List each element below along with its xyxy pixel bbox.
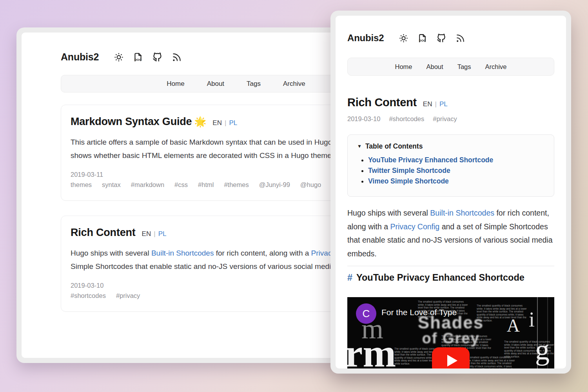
svg-text:DOC: DOC bbox=[419, 39, 426, 42]
site-title[interactable]: Anubis2 bbox=[61, 51, 99, 63]
tag-hugo[interactable]: @hugo bbox=[300, 181, 321, 189]
builtin-shortcodes-link[interactable]: Built-in Shortcodes bbox=[151, 249, 214, 257]
sun-icon[interactable] bbox=[399, 33, 408, 43]
thumbnail-fine-print: The smallest quantity of black consumes … bbox=[477, 304, 528, 322]
triangle-down-icon: ▼ bbox=[357, 143, 362, 149]
youtube-embed[interactable]: The smallest quantity of black consumes … bbox=[347, 297, 554, 368]
nav-item-archive[interactable]: Archive bbox=[283, 80, 305, 88]
divider bbox=[347, 266, 554, 266]
toc-label: Table of Contents bbox=[365, 142, 423, 150]
doc-file-icon[interactable]: DOC bbox=[417, 33, 427, 43]
video-title-link[interactable]: For the Love of Type bbox=[381, 308, 457, 317]
tag-themes[interactable]: #themes bbox=[224, 181, 249, 189]
section-heading: #YouTube Privacy Enhanced Shortcode bbox=[347, 272, 554, 283]
post-title[interactable]: Rich Content bbox=[71, 227, 136, 239]
language-switch: EN|PL bbox=[142, 230, 167, 238]
language-switch: EN|PL bbox=[212, 119, 237, 127]
thumbnail-overlay-word: of Grey bbox=[422, 330, 479, 347]
nav-item-about[interactable]: About bbox=[426, 63, 443, 71]
post-detail-page: Anubis2 DOC H bbox=[336, 16, 566, 368]
svg-text:DOC: DOC bbox=[134, 58, 142, 62]
github-icon[interactable] bbox=[152, 52, 163, 62]
github-icon[interactable] bbox=[436, 33, 446, 43]
tag-shortcodes[interactable]: #shortcodes bbox=[389, 115, 424, 123]
privacy-config-link[interactable]: Privacy Config bbox=[390, 222, 440, 231]
site-header: Anubis2 DOC bbox=[347, 33, 554, 44]
post-meta: 2019-03-10 #shortcodes #privacy bbox=[347, 115, 554, 123]
header-icons: DOC bbox=[114, 52, 182, 62]
post-title-text: Markdown Syntax Guide bbox=[71, 116, 192, 127]
main-nav: HomeAboutTagsArchive bbox=[347, 58, 554, 76]
tag-junyi-99[interactable]: @Junyi-99 bbox=[259, 181, 290, 189]
thumbnail-letter: A bbox=[507, 315, 520, 336]
post-body-paragraph: Hugo ships with several Built-in Shortco… bbox=[347, 206, 554, 260]
thumbnail-fine-print: The smallest quantity of black consumes … bbox=[465, 356, 517, 368]
rss-icon[interactable] bbox=[456, 33, 465, 43]
nav-item-tags[interactable]: Tags bbox=[457, 63, 471, 71]
lang-alt-link[interactable]: PL bbox=[158, 230, 167, 238]
post-title[interactable]: Markdown Syntax Guide🌟 bbox=[71, 116, 206, 128]
tag-themes[interactable]: themes bbox=[71, 181, 92, 189]
nav-item-tags[interactable]: Tags bbox=[247, 80, 261, 88]
youtube-play-button[interactable] bbox=[432, 347, 470, 368]
toc-list: YouTube Privacy Enhanced Shortcode Twitt… bbox=[357, 156, 544, 185]
rss-icon[interactable] bbox=[172, 52, 182, 62]
lang-current: EN bbox=[212, 119, 222, 127]
post-date: 2019-03-10 bbox=[347, 115, 380, 123]
builtin-shortcodes-link[interactable]: Built-in Shortcodes bbox=[430, 209, 494, 217]
thumbnail-letter: g bbox=[535, 333, 550, 367]
body-text: Hugo ships with several bbox=[347, 209, 430, 217]
thumbnail-letter: rm bbox=[347, 330, 396, 368]
heading-anchor-link[interactable]: # bbox=[347, 272, 352, 283]
tag-shortcodes[interactable]: #shortcodes bbox=[71, 292, 106, 299]
toc-link-vimeo[interactable]: Vimeo Simple Shortcode bbox=[368, 177, 449, 185]
language-switch: EN|PL bbox=[423, 100, 448, 108]
lang-alt-link[interactable]: PL bbox=[439, 100, 448, 108]
table-of-contents: ▼Table of Contents YouTube Privacy Enhan… bbox=[347, 134, 554, 197]
toc-toggle[interactable]: ▼Table of Contents bbox=[357, 142, 544, 151]
toc-item: YouTube Privacy Enhanced Shortcode bbox=[368, 156, 544, 164]
sun-icon[interactable] bbox=[114, 52, 124, 62]
lang-current: EN bbox=[423, 100, 432, 108]
tag-css[interactable]: #css bbox=[174, 181, 188, 189]
lang-separator: | bbox=[151, 230, 158, 238]
page-title: Rich Content bbox=[347, 96, 417, 109]
thumbnail-letter: i bbox=[529, 307, 535, 332]
doc-file-icon[interactable]: DOC bbox=[133, 52, 143, 62]
tag-html[interactable]: #html bbox=[198, 181, 214, 189]
glowing-star-emoji: 🌟 bbox=[194, 116, 206, 127]
section-heading-text: YouTube Privacy Enhanced Shortcode bbox=[356, 272, 524, 283]
header-icons: DOC bbox=[399, 33, 465, 43]
toc-link-twitter[interactable]: Twitter Simple Shortcode bbox=[368, 167, 450, 174]
toc-item: Twitter Simple Shortcode bbox=[368, 167, 544, 175]
summary-text: Hugo ships with several bbox=[71, 249, 151, 257]
nav-item-home[interactable]: Home bbox=[395, 63, 412, 71]
nav-item-about[interactable]: About bbox=[207, 80, 224, 88]
nav-item-home[interactable]: Home bbox=[167, 80, 184, 88]
tag-privacy[interactable]: #privacy bbox=[433, 115, 457, 123]
channel-avatar[interactable]: C bbox=[356, 303, 376, 324]
toc-link-youtube[interactable]: YouTube Privacy Enhanced Shortcode bbox=[368, 156, 493, 164]
post-detail-window: Anubis2 DOC H bbox=[330, 11, 571, 374]
play-icon bbox=[447, 355, 457, 367]
lang-separator: | bbox=[432, 100, 439, 108]
tag-privacy[interactable]: #privacy bbox=[116, 292, 140, 299]
toc-item: Vimeo Simple Shortcode bbox=[368, 177, 544, 185]
tag-syntax[interactable]: syntax bbox=[102, 181, 121, 189]
lang-separator: | bbox=[222, 119, 229, 127]
site-title[interactable]: Anubis2 bbox=[347, 33, 384, 44]
lang-alt-link[interactable]: PL bbox=[229, 119, 237, 127]
tag-markdown[interactable]: #markdown bbox=[131, 181, 164, 189]
nav-item-archive[interactable]: Archive bbox=[485, 63, 506, 71]
lang-current: EN bbox=[142, 230, 151, 238]
summary-text: for rich content, along with a bbox=[214, 249, 311, 257]
